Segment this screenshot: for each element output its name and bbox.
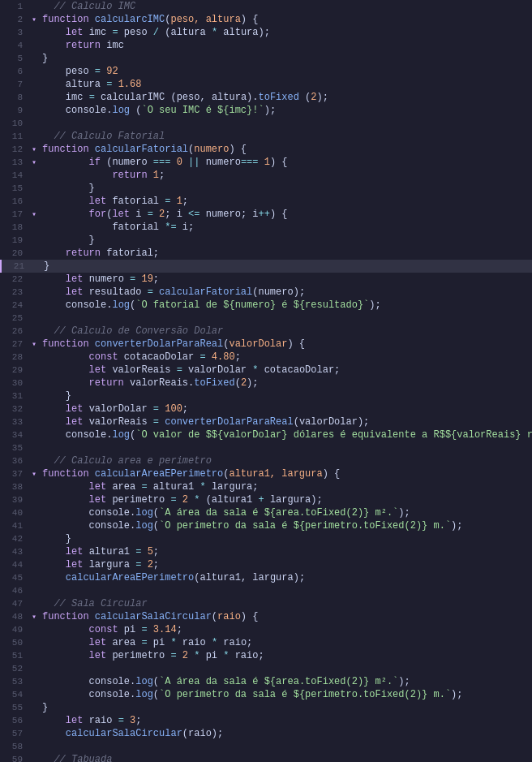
code-content: console.log(`A área da sala é ${area.toF… bbox=[39, 676, 532, 687]
code-line: 37▾function calcularAreaEPerimetro(altur… bbox=[0, 467, 532, 480]
code-line: 39 let perimetro = 2 * (altura1 + largur… bbox=[0, 493, 532, 506]
code-content: // Calculo IMC bbox=[39, 1, 532, 12]
line-number: 15 bbox=[0, 183, 29, 193]
line-number: 17 bbox=[0, 209, 29, 219]
code-content: const pi = 3.14; bbox=[39, 624, 532, 635]
line-number: 13 bbox=[0, 157, 29, 167]
line-number: 22 bbox=[0, 274, 29, 284]
code-line: 30 return valorReais.toFixed(2); bbox=[0, 377, 532, 390]
fold-arrow[interactable]: ▾ bbox=[29, 209, 39, 219]
code-content: function calcularAreaEPerimetro(altura1,… bbox=[39, 468, 532, 480]
line-number: 7 bbox=[0, 80, 29, 89]
fold-arrow[interactable]: ▾ bbox=[29, 339, 39, 349]
code-line: 48▾function calcularSalaCircular(raio) { bbox=[0, 610, 532, 623]
line-number: 2 bbox=[0, 15, 29, 24]
code-line: 10 bbox=[0, 117, 532, 130]
line-number: 51 bbox=[0, 651, 29, 661]
code-line: 57 calcularSalaCircular(raio); bbox=[0, 727, 532, 740]
code-content: // Tabuada bbox=[39, 754, 532, 762]
code-content: fatorial *= i; bbox=[39, 222, 532, 233]
line-number: 55 bbox=[0, 703, 29, 712]
line-number: 24 bbox=[0, 300, 29, 310]
code-content: console.log (`O seu IMC é ${imc}!`); bbox=[39, 105, 532, 116]
code-content: let area = altura1 * largura; bbox=[39, 481, 532, 493]
line-number: 36 bbox=[0, 456, 29, 466]
code-content: if (numero === 0 || numero=== 1) { bbox=[39, 157, 532, 168]
code-line: 27▾function converterDolarParaReal(valor… bbox=[0, 338, 532, 351]
code-content: let altura1 = 5; bbox=[39, 546, 532, 558]
code-line: 22 let numero = 19; bbox=[0, 273, 532, 286]
code-line: 4 return imc bbox=[0, 39, 532, 52]
line-number: 16 bbox=[0, 196, 29, 206]
code-content: let raio = 3; bbox=[39, 715, 532, 726]
code-content: console.log(`O perímetro da sala é ${per… bbox=[39, 520, 532, 532]
code-line: 33 let valorReais = converterDolarParaRe… bbox=[0, 415, 532, 428]
code-content: calcularSalaCircular(raio); bbox=[39, 728, 532, 739]
code-line: 34 console.log(`O valor de $${valorDolar… bbox=[0, 428, 532, 441]
code-line: 23 let resultado = calcularFatorial(nume… bbox=[0, 286, 532, 299]
fold-arrow[interactable]: ▾ bbox=[29, 15, 39, 24]
code-line: 18 fatorial *= i; bbox=[0, 221, 532, 234]
code-line: 38 let area = altura1 * largura; bbox=[0, 480, 532, 493]
line-number: 38 bbox=[0, 482, 29, 492]
code-line: 5} bbox=[0, 52, 532, 65]
code-content: let perimetro = 2 * (altura1 + largura); bbox=[39, 494, 532, 506]
code-content: return fatorial; bbox=[39, 248, 532, 259]
fold-arrow[interactable]: ▾ bbox=[29, 612, 39, 622]
code-content: for(let i = 2; i <= numero; i++) { bbox=[39, 209, 532, 220]
line-number: 43 bbox=[0, 547, 29, 557]
line-number: 37 bbox=[0, 469, 29, 479]
line-number: 9 bbox=[0, 105, 29, 115]
code-content: } bbox=[39, 53, 532, 64]
code-line: 7 altura = 1.68 bbox=[0, 78, 532, 91]
code-content: altura = 1.68 bbox=[39, 79, 532, 90]
line-number: 28 bbox=[0, 352, 29, 362]
code-line: 54 console.log(`O perímetro da sala é ${… bbox=[0, 688, 532, 701]
code-line: 1 // Calculo IMC bbox=[0, 0, 532, 13]
code-line: 25 bbox=[0, 312, 532, 325]
code-line: 53 console.log(`A área da sala é ${area.… bbox=[0, 675, 532, 688]
code-line: 56 let raio = 3; bbox=[0, 714, 532, 727]
code-content: let area = pi * raio * raio; bbox=[39, 637, 532, 648]
code-content: function calcularcIMC(peso, altura) { bbox=[39, 14, 532, 25]
line-number: 34 bbox=[0, 430, 29, 440]
code-line: 19 } bbox=[0, 234, 532, 247]
code-content: function calcularFatorial(numero) { bbox=[39, 144, 532, 155]
code-line: 55} bbox=[0, 701, 532, 714]
code-line: 43 let altura1 = 5; bbox=[0, 545, 532, 558]
code-content: return imc bbox=[39, 40, 532, 51]
code-line: 47 // Sala Circular bbox=[0, 597, 532, 610]
code-content: // Calculo area e perimetro bbox=[39, 455, 532, 467]
code-content: function converterDolarParaReal(valorDol… bbox=[39, 338, 532, 350]
code-content: console.log(`O valor de $${valorDolar} d… bbox=[39, 429, 532, 441]
code-line: 11 // Calculo Fatorial bbox=[0, 130, 532, 143]
code-line: 42 } bbox=[0, 532, 532, 545]
line-number: 52 bbox=[0, 664, 29, 674]
code-line: 45 calcularAreaEPerimetro(altura1, largu… bbox=[0, 571, 532, 584]
fold-arrow[interactable]: ▾ bbox=[29, 157, 39, 167]
code-content: let numero = 19; bbox=[39, 273, 532, 285]
code-line: 14 return 1; bbox=[0, 169, 532, 182]
code-content: console.log(`O fatorial de ${numero} é $… bbox=[39, 299, 532, 311]
fold-arrow[interactable]: ▾ bbox=[29, 144, 39, 154]
line-number: 3 bbox=[0, 28, 29, 37]
line-number: 14 bbox=[0, 170, 29, 180]
code-content: let perimetro = 2 * pi * raio; bbox=[39, 650, 532, 661]
code-line: 40 console.log(`A área da sala é ${area.… bbox=[0, 506, 532, 519]
line-number: 23 bbox=[0, 287, 29, 297]
code-content: let valorReais = converterDolarParaReal(… bbox=[39, 416, 532, 428]
line-number: 56 bbox=[0, 716, 29, 725]
code-line: 16 let fatorial = 1; bbox=[0, 195, 532, 208]
code-content: } bbox=[39, 533, 532, 545]
fold-arrow[interactable]: ▾ bbox=[29, 469, 39, 479]
line-number: 50 bbox=[0, 638, 29, 648]
line-number: 48 bbox=[0, 612, 29, 622]
code-content: } bbox=[39, 390, 532, 402]
line-number: 59 bbox=[0, 755, 29, 762]
line-number: 11 bbox=[0, 131, 29, 141]
code-content: peso = 92 bbox=[39, 66, 532, 77]
line-number: 53 bbox=[0, 677, 29, 687]
code-content: } bbox=[39, 702, 532, 713]
line-number: 25 bbox=[0, 313, 29, 323]
line-number: 45 bbox=[0, 573, 29, 583]
